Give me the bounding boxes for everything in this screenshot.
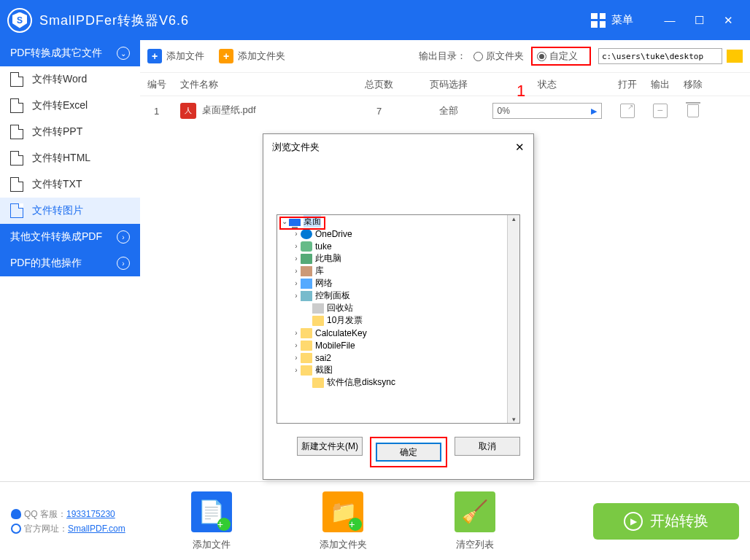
- row-filename: 人桌面壁纸.pdf: [173, 103, 344, 119]
- tree-item[interactable]: ›tuke: [277, 240, 519, 252]
- sidebar-item-word[interactable]: 文件转Word: [0, 66, 140, 93]
- sidebar-cat-pdf-ops[interactable]: PDF的其他操作 ›: [0, 250, 140, 276]
- bottom-clear-button[interactable]: 🧹清空列表: [455, 491, 495, 551]
- new-folder-button[interactable]: 新建文件夹(M): [297, 437, 363, 456]
- sidebar-cat-pdf-to-other[interactable]: PDF转换成其它文件 ⌄: [0, 40, 140, 66]
- tree-item[interactable]: ›此电脑: [277, 252, 519, 265]
- tree-item[interactable]: ›sai2: [277, 351, 519, 364]
- tree-item[interactable]: ›网络: [277, 277, 519, 289]
- browse-folder-dialog: 浏览文件夹 ✕ ⌄桌面 ›OneDrive ›tuke ›此电脑 ›库 ›网络 …: [263, 133, 534, 480]
- add-folder-button[interactable]: +添加文件夹: [219, 49, 285, 63]
- add-file-icon: 📄: [191, 491, 232, 532]
- file-icon: [10, 151, 23, 166]
- trash-icon[interactable]: [687, 104, 699, 117]
- file-icon: [10, 203, 23, 218]
- ok-button[interactable]: 确定: [376, 443, 441, 462]
- folder-icon: [301, 328, 312, 338]
- folder-tree[interactable]: ⌄桌面 ›OneDrive ›tuke ›此电脑 ›库 ›网络 ›控制面板 回收…: [277, 214, 520, 424]
- table-row: 1 人桌面壁纸.pdf 7 全部 0%▶: [140, 96, 750, 125]
- play-icon: ▶: [591, 106, 597, 116]
- qq-icon: [11, 509, 21, 519]
- tree-item[interactable]: 软件信息disksync: [277, 376, 519, 389]
- cancel-button[interactable]: 取消: [455, 437, 520, 456]
- sidebar-item-image[interactable]: 文件转图片: [0, 198, 140, 224]
- tree-item[interactable]: ›库: [277, 265, 519, 277]
- tree-item[interactable]: 10月发票: [277, 314, 519, 327]
- toolbar: +添加文件 +添加文件夹 输出目录： 原文件夹 自定义: [140, 40, 750, 73]
- file-icon: [10, 125, 23, 139]
- tree-item[interactable]: ›CalculateKey: [277, 327, 519, 339]
- radio-icon: [473, 52, 483, 61]
- plus-icon: +: [147, 49, 162, 63]
- minimize-button[interactable]: —: [655, 9, 684, 31]
- sidebar-item-html[interactable]: 文件转HTML: [0, 145, 140, 171]
- add-file-button[interactable]: +添加文件: [147, 49, 204, 63]
- output-dir-label: 输出目录：: [419, 50, 466, 63]
- folder-icon: [301, 365, 312, 376]
- open-icon[interactable]: [620, 104, 635, 118]
- close-button[interactable]: ✕: [714, 9, 743, 31]
- plus-icon: +: [219, 49, 233, 63]
- annotation-1: 1: [517, 82, 525, 101]
- bottom-add-file-button[interactable]: 📄添加文件: [191, 491, 232, 551]
- radio-original-folder[interactable]: 原文件夹: [473, 50, 524, 63]
- network-icon: [301, 279, 312, 289]
- row-progress[interactable]: 0%▶: [492, 103, 602, 119]
- file-icon: [10, 72, 23, 87]
- tree-item[interactable]: ›MobileFile: [277, 339, 519, 351]
- start-convert-button[interactable]: ▶开始转换: [593, 503, 739, 540]
- sidebar: PDF转换成其它文件 ⌄ 文件转Word 文件转Excel 文件转PPT 文件转…: [0, 40, 140, 481]
- site-link[interactable]: SmallPDF.com: [68, 524, 125, 534]
- menu-label[interactable]: 菜单: [611, 13, 633, 27]
- folder-icon: [312, 316, 324, 326]
- folder-icon: [301, 341, 312, 351]
- browse-folder-button[interactable]: [727, 50, 743, 63]
- file-icon: [10, 98, 23, 113]
- bottom-add-folder-button[interactable]: 📁添加文件夹: [320, 491, 367, 551]
- row-pages: 7: [344, 106, 414, 117]
- recycle-bin-icon: [312, 303, 324, 314]
- chevron-right-icon: ›: [117, 257, 130, 270]
- dialog-title: 浏览文件夹: [272, 141, 320, 154]
- app-logo: S: [7, 8, 32, 33]
- scrollbar[interactable]: [507, 215, 519, 423]
- qq-link[interactable]: 1933175230: [66, 509, 115, 519]
- output-icon[interactable]: [653, 104, 668, 118]
- radio-icon: [537, 52, 546, 61]
- pc-icon: [301, 254, 312, 264]
- user-icon: [301, 241, 312, 252]
- desktop-icon: [289, 219, 301, 226]
- annotation-box-2: [279, 217, 325, 230]
- contact-info: QQ 客服：1933175230 官方网址：SmallPDF.com: [11, 507, 125, 536]
- table-header: 编号 文件名称 总页数 页码选择 状态 打开 输出 移除: [140, 73, 750, 96]
- app-title: SmallPDFer转换器V6.6: [39, 12, 189, 29]
- annotation-box-1: 自定义: [531, 47, 591, 66]
- play-icon: ▶: [624, 512, 643, 531]
- dialog-close-button[interactable]: ✕: [515, 141, 525, 154]
- bottom-bar: QQ 客服：1933175230 官方网址：SmallPDF.com 📄添加文件…: [0, 481, 750, 560]
- row-number: 1: [140, 106, 173, 117]
- menu-grid-icon[interactable]: [591, 13, 606, 28]
- control-panel-icon: [301, 291, 312, 301]
- tree-item[interactable]: ›控制面板: [277, 289, 519, 302]
- sidebar-item-txt[interactable]: 文件转TXT: [0, 171, 140, 198]
- sidebar-item-ppt[interactable]: 文件转PPT: [0, 119, 140, 145]
- sidebar-item-excel[interactable]: 文件转Excel: [0, 93, 140, 119]
- add-folder-icon: 📁: [322, 491, 363, 532]
- file-icon: [10, 177, 23, 192]
- chevron-down-icon: ⌄: [117, 47, 130, 60]
- pdf-icon: 人: [180, 103, 196, 119]
- ie-icon: [11, 524, 21, 534]
- tree-item[interactable]: 回收站: [277, 302, 519, 314]
- maximize-button[interactable]: ☐: [684, 9, 714, 31]
- sidebar-cat-other-to-pdf[interactable]: 其他文件转换成PDF ›: [0, 224, 140, 250]
- row-page-select[interactable]: 全部: [414, 104, 483, 117]
- radio-custom-folder[interactable]: 自定义: [537, 50, 578, 63]
- folder-icon: [301, 353, 312, 363]
- clear-icon: 🧹: [455, 491, 495, 532]
- annotation-box-3: 确定: [370, 437, 447, 467]
- tree-item[interactable]: ›截图: [277, 364, 519, 376]
- output-path-input[interactable]: [598, 48, 722, 64]
- cloud-icon: [301, 229, 312, 239]
- folder-icon: [312, 378, 324, 388]
